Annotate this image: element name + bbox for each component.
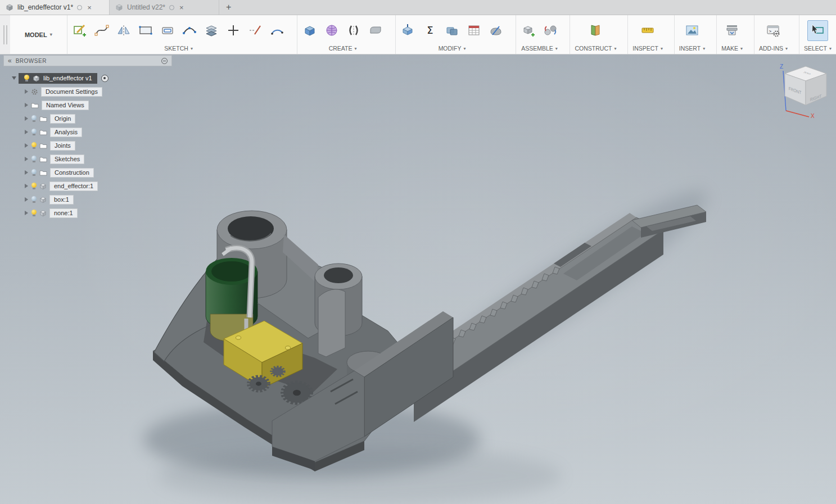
joint-button[interactable] [540,20,561,41]
parameters-table-button[interactable] [464,20,485,41]
create-sketch-button[interactable] [70,20,91,41]
fit-point-spline-button[interactable] [179,20,200,41]
construction-plane-icon [588,23,603,38]
tab-close-icon[interactable]: × [86,3,93,12]
expand-arrow-icon[interactable] [25,197,28,202]
expand-arrow-icon[interactable] [12,76,16,80]
two-point-rectangle-button[interactable] [135,20,156,41]
change-parameters-button[interactable]: Σ [420,20,441,41]
sketch-pattern-icon [204,23,219,38]
main-toolbar: MODEL▾ SKETCH▾ [0,15,836,55]
select-cursor-button[interactable] [807,20,828,41]
browser-item-label[interactable]: none:1 [49,208,78,218]
spline-button[interactable] [92,20,112,41]
expand-arrow-icon[interactable] [25,116,28,121]
workspace-selector[interactable]: MODEL▾ [17,15,60,54]
expand-arrow-icon[interactable] [25,157,28,161]
measure-button[interactable] [638,20,658,41]
insert-menu[interactable]: INSERT▾ [677,44,707,54]
browser-tree: lib_endeffector v1 Document Settings Nam… [3,66,172,220]
browser-item-label[interactable]: box:1 [49,195,74,205]
offset-button[interactable] [157,20,178,41]
insert-decal-button[interactable] [682,20,703,41]
toolbar-drag-handle[interactable] [0,15,10,54]
visibility-bulb-icon[interactable] [31,156,37,163]
browser-item-label[interactable]: Analysis [50,128,82,137]
browser-row-named-views: Named Views [3,98,172,112]
trim-button[interactable] [245,20,266,41]
folder-icon [39,170,47,176]
expand-arrow-icon[interactable] [25,170,28,175]
create-menu[interactable]: CREATE▾ [327,44,359,54]
tab-status-icon [169,5,174,10]
combine-button[interactable] [442,20,463,41]
construct-menu[interactable]: CONSTRUCT▾ [572,44,618,54]
sketch-menu[interactable]: SKETCH▾ [162,44,195,54]
construction-plane-button[interactable] [585,20,606,41]
viewport[interactable]: « BROWSER lib_endeffector v1 [0,55,836,504]
visibility-bulb-icon[interactable] [31,169,37,176]
extrude-icon [302,23,317,38]
spline-icon [94,23,109,38]
scripts-addins-button[interactable]: >_ [763,20,784,41]
view-cube[interactable]: Z X TOP FRONT RIGHT [779,62,830,121]
point-button[interactable] [223,20,244,41]
tab-close-icon[interactable]: × [178,3,185,12]
make-menu[interactable]: MAKE▾ [719,44,745,54]
document-tab-inactive[interactable]: Untitled v22* × [110,0,219,15]
browser-item-label[interactable]: end_effector:1 [49,181,98,191]
visibility-bulb-icon[interactable] [31,115,37,122]
extrude-button[interactable] [300,20,320,41]
document-tab-active[interactable]: lib_endeffector v1* × [0,0,110,15]
expand-arrow-icon[interactable] [25,184,28,188]
x-axis-line [786,111,809,117]
browser-row-end-effector: end_effector:1 [3,179,172,193]
sketch-pattern-button[interactable] [201,20,222,41]
minimize-panel-icon[interactable] [161,58,168,64]
expand-arrow-icon[interactable] [25,143,28,148]
inspect-menu[interactable]: INSPECT▾ [630,44,665,54]
mirror-button[interactable] [114,20,134,41]
visibility-bulb-icon[interactable] [31,183,37,190]
component-icon [39,183,47,190]
pattern-mirror-button[interactable] [344,20,364,41]
fit-point-spline-icon [182,23,197,38]
assemble-menu[interactable]: ASSEMBLE▾ [519,44,560,54]
expand-arrow-icon[interactable] [25,211,28,215]
browser-header[interactable]: « BROWSER [3,55,172,66]
visibility-bulb-icon[interactable] [31,129,37,136]
browser-root-item[interactable]: lib_endeffector v1 [19,73,97,84]
visibility-bulb-icon[interactable] [31,210,37,217]
visibility-bulb-icon[interactable] [31,142,37,149]
combine-icon [445,23,459,38]
toolbar-group-inspect: INSPECT▾ [627,15,667,54]
sweep-button[interactable] [365,20,386,41]
new-component-button[interactable] [518,20,539,41]
addins-menu[interactable]: ADD-INS▾ [757,44,790,54]
browser-item-label[interactable]: Document Settings [41,87,102,97]
activate-component-radio[interactable] [101,75,109,82]
select-menu[interactable]: SELECT▾ [802,44,834,54]
3d-print-button[interactable] [722,20,743,41]
visibility-bulb-icon[interactable] [24,75,29,82]
browser-item-label[interactable]: Named Views [42,101,89,110]
browser-item-label[interactable]: Origin [50,114,75,124]
collapse-panel-icon[interactable]: « [8,57,12,64]
split-body-button[interactable] [486,20,507,41]
arc-button[interactable] [267,20,288,41]
expand-arrow-icon[interactable] [25,103,28,107]
pattern-mirror-icon [346,23,361,38]
browser-item-label[interactable]: Construction [50,168,94,178]
modify-menu[interactable]: MODIFY▾ [436,44,468,54]
create-form-button[interactable] [322,20,342,41]
press-pull-icon [401,23,415,38]
component-icon [39,196,47,203]
visibility-bulb-icon[interactable] [31,196,37,203]
browser-item-label[interactable]: Sketches [50,155,84,164]
expand-arrow-icon[interactable] [25,89,28,94]
new-tab-button[interactable]: + [219,0,238,15]
expand-arrow-icon[interactable] [25,130,28,134]
browser-item-label[interactable]: Joints [50,141,75,151]
press-pull-button[interactable] [398,20,419,41]
sweep-icon [368,23,383,38]
